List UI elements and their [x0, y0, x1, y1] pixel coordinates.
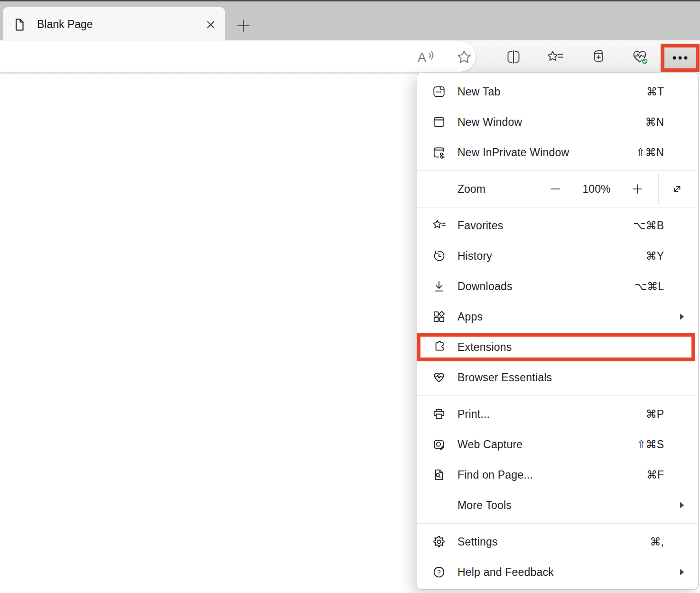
menu-item-zoom: Zoom100% — [417, 174, 698, 204]
menu-separator — [417, 523, 698, 524]
menu-item-shortcut: ⌥⌘L — [635, 280, 664, 293]
menu-item-browser-essentials[interactable]: Browser Essentials — [417, 362, 698, 393]
annotation-box-more-menu — [661, 44, 700, 72]
menu-item-label: Favorites — [457, 219, 503, 232]
no-icon — [432, 498, 446, 512]
zoom-out-button[interactable] — [546, 179, 565, 198]
menu-item-label: Find on Page... — [457, 469, 533, 481]
tab-blank-page[interactable]: Blank Page — [3, 7, 225, 42]
tab-bar: Blank Page — [0, 0, 700, 40]
menu-item-label: History — [457, 250, 492, 263]
menu-item-shortcut: ⌥⌘B — [633, 219, 664, 232]
address-bar[interactable] — [0, 41, 476, 72]
menu-item-shortcut: ⇧⌘N — [636, 146, 664, 159]
menu-separator — [417, 395, 698, 396]
menu-item-more-tools[interactable]: More Tools — [417, 490, 698, 520]
puzzle-icon — [432, 340, 446, 354]
fullscreen-button[interactable] — [668, 179, 687, 198]
question-icon: ? — [432, 565, 446, 579]
zoom-in-button[interactable] — [628, 179, 647, 198]
page-search-icon — [432, 468, 446, 482]
menu-item-downloads[interactable]: Downloads⌥⌘L — [417, 271, 698, 301]
menu-separator — [417, 170, 698, 171]
tab-title: Blank Page — [37, 18, 93, 31]
add-favorite-button[interactable] — [453, 46, 476, 68]
svg-text:?: ? — [437, 569, 440, 576]
new-tab-icon — [432, 85, 446, 99]
apps-grid-icon — [432, 310, 446, 324]
menu-item-shortcut: ⌘N — [645, 116, 664, 129]
menu-item-label: Settings — [457, 536, 498, 548]
gear-icon — [432, 535, 446, 549]
browser-menu: New Tab⌘TNew Window⌘NNew InPrivate Windo… — [417, 72, 699, 590]
new-window-icon — [432, 115, 446, 129]
menu-item-label: New Tab — [457, 85, 500, 98]
zoom-value: 100% — [574, 183, 619, 196]
toolbar: A — [0, 40, 700, 74]
menu-item-find-on-page[interactable]: Find on Page...⌘F — [417, 460, 698, 490]
zoom-label: Zoom — [457, 183, 485, 196]
menu-item-label: More Tools — [457, 499, 512, 512]
document-icon — [12, 18, 27, 32]
star-list-icon — [432, 218, 446, 233]
menu-item-extensions[interactable]: Extensions — [417, 332, 698, 362]
menu-item-apps[interactable]: Apps — [417, 301, 698, 332]
new-tab-button[interactable] — [234, 17, 252, 35]
menu-item-label: Browser Essentials — [457, 371, 552, 384]
menu-item-shortcut: ⇧⌘S — [636, 438, 664, 451]
menu-item-shortcut: ⌘Y — [646, 250, 664, 263]
camera-pen-icon — [432, 437, 446, 452]
zoom-divider — [658, 174, 659, 204]
heart-pulse-icon — [432, 370, 446, 385]
menu-item-label: Web Capture — [457, 438, 523, 451]
menu-item-label: Apps — [457, 311, 483, 323]
menu-item-web-capture[interactable]: Web Capture⇧⌘S — [417, 429, 698, 460]
svg-text:A: A — [418, 50, 426, 65]
read-aloud-button[interactable]: A — [414, 46, 437, 68]
menu-item-shortcut: ⌘F — [646, 469, 664, 481]
menu-item-help-and-feedback[interactable]: ?Help and Feedback — [417, 557, 698, 587]
menu-item-settings[interactable]: Settings⌘, — [417, 527, 698, 557]
browser-window: Blank Page A New Tab⌘TNew Window⌘NNew In… — [0, 0, 700, 593]
menu-item-new-inprivate-window[interactable]: New InPrivate Window⇧⌘N — [417, 137, 698, 168]
menu-item-shortcut: ⌘, — [650, 536, 664, 548]
page-content — [0, 74, 417, 593]
browser-essentials-button[interactable] — [628, 46, 651, 68]
menu-item-label: New Window — [457, 116, 522, 129]
split-screen-button[interactable] — [502, 46, 525, 68]
chevron-right-icon — [680, 501, 685, 509]
menu-item-favorites[interactable]: Favorites⌥⌘B — [417, 210, 698, 241]
menu-separator — [417, 207, 698, 207]
printer-icon — [432, 407, 446, 421]
history-icon — [432, 249, 446, 263]
menu-item-shortcut: ⌘T — [646, 85, 664, 98]
favorites-bar-button[interactable] — [544, 46, 567, 68]
menu-item-shortcut: ⌘P — [646, 408, 664, 421]
download-icon — [432, 279, 446, 293]
menu-item-label: Print... — [457, 408, 490, 421]
tab-close-button[interactable] — [202, 16, 219, 33]
chevron-right-icon — [680, 568, 685, 576]
menu-item-print[interactable]: Print...⌘P — [417, 399, 698, 429]
more-menu-button[interactable] — [664, 47, 696, 68]
menu-item-new-window[interactable]: New Window⌘N — [417, 107, 698, 137]
menu-item-label: Extensions — [457, 341, 512, 354]
menu-item-label: New InPrivate Window — [457, 146, 569, 159]
menu-item-new-tab[interactable]: New Tab⌘T — [417, 76, 698, 107]
inprivate-icon — [432, 145, 446, 160]
chevron-right-icon — [680, 313, 685, 320]
menu-item-history[interactable]: History⌘Y — [417, 241, 698, 271]
menu-item-label: Downloads — [457, 280, 513, 293]
menu-item-label: Help and Feedback — [457, 566, 554, 579]
collections-button[interactable] — [587, 46, 609, 68]
